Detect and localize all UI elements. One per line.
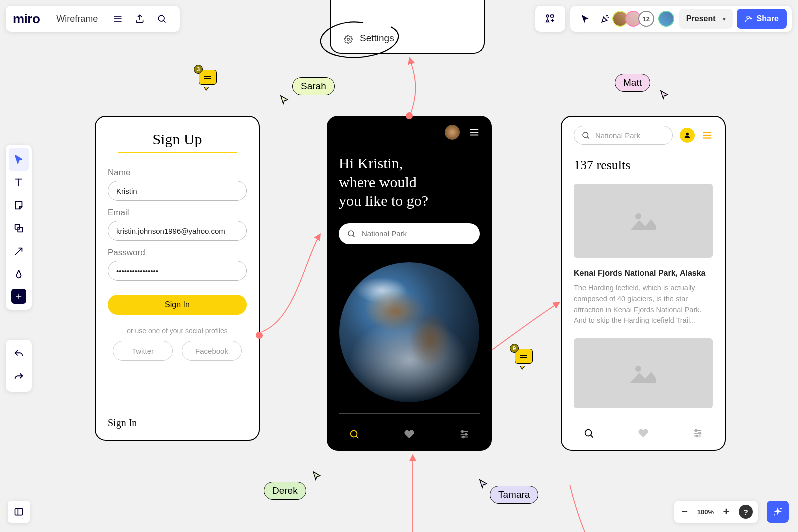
avatar[interactable] — [445, 125, 460, 140]
greeting-line: you like to go? — [339, 192, 480, 210]
svg-point-21 — [636, 366, 642, 372]
connector-endpoint[interactable] — [256, 332, 263, 339]
search-input[interactable] — [362, 230, 472, 238]
board-title[interactable]: Wireframe — [56, 14, 98, 24]
email-label: Email — [108, 208, 247, 218]
result-title: Kenai Fjords National Park, Alaska — [574, 269, 713, 278]
tab-favorites[interactable] — [404, 429, 415, 442]
hamburger-icon[interactable] — [469, 127, 480, 138]
tool-arrow[interactable] — [9, 240, 29, 263]
ai-assist-button[interactable] — [767, 501, 789, 523]
comment-badge[interactable]: 3 — [199, 70, 219, 88]
tool-shape[interactable] — [9, 217, 29, 240]
svg-point-12 — [466, 434, 468, 436]
cursor-label-sarah: Sarah — [292, 78, 335, 96]
svg-line-23 — [591, 436, 593, 438]
comment-count: 9 — [510, 344, 519, 353]
apps-icon[interactable] — [540, 9, 560, 29]
undo-button[interactable] — [9, 343, 29, 366]
person-add-icon — [745, 15, 753, 23]
facebook-button[interactable]: Facebook — [182, 341, 242, 361]
tool-text[interactable] — [9, 171, 29, 194]
svg-line-15 — [588, 137, 589, 138]
avatar-overflow-count[interactable]: 12 — [638, 11, 654, 27]
svg-point-28 — [698, 432, 700, 434]
tool-pen[interactable] — [9, 263, 29, 286]
result-count: 137 results — [574, 158, 713, 173]
svg-line-54 — [16, 248, 22, 255]
export-icon[interactable] — [129, 8, 151, 30]
frame-home[interactable]: Hi Kristin, where would you like to go? — [327, 116, 492, 451]
avatar[interactable] — [658, 11, 674, 27]
hamburger-icon[interactable] — [107, 8, 129, 30]
logo[interactable]: miro — [13, 12, 40, 27]
search-bar[interactable] — [339, 224, 480, 244]
share-button[interactable]: Share — [737, 9, 787, 29]
divider — [339, 414, 480, 414]
canvas-surface[interactable]: Settings Sign Up Name Email Password Sig… — [0, 0, 798, 532]
cursor-label-tamara: Tamara — [490, 486, 538, 504]
name-label: Name — [108, 168, 247, 178]
frame-signup[interactable]: Sign Up Name Email Password Sign In or u… — [95, 116, 260, 441]
twitter-button[interactable]: Twitter — [113, 341, 173, 361]
search-bar[interactable]: National Park — [574, 126, 673, 145]
tool-add[interactable] — [12, 289, 26, 304]
search-icon[interactable] — [151, 8, 173, 30]
comment-count: 3 — [194, 65, 203, 74]
svg-point-11 — [462, 431, 464, 433]
password-input[interactable] — [108, 261, 247, 281]
redo-button[interactable] — [9, 366, 29, 389]
tab-favorites[interactable] — [638, 428, 649, 441]
zoom-out-button[interactable]: − — [680, 506, 690, 518]
tool-select[interactable] — [9, 148, 29, 171]
password-label: Password — [108, 248, 247, 258]
email-input[interactable] — [108, 221, 247, 241]
svg-rect-41 — [551, 15, 554, 18]
svg-point-27 — [695, 430, 697, 432]
connector-endpoint[interactable] — [406, 112, 413, 120]
toggle-panel-button[interactable] — [8, 501, 30, 523]
signin-button[interactable]: Sign In — [108, 295, 247, 315]
svg-point-47 — [747, 16, 750, 19]
cursor-icon — [479, 479, 489, 491]
present-label: Present — [686, 14, 716, 24]
signin-link[interactable]: Sign In — [108, 418, 137, 429]
earth-image — [340, 262, 480, 402]
svg-point-16 — [686, 133, 689, 136]
svg-point-13 — [462, 436, 464, 438]
svg-rect-57 — [16, 508, 23, 515]
zoom-percentage[interactable]: 100% — [698, 508, 714, 516]
present-button[interactable]: Present▾ — [680, 9, 733, 29]
profile-chip[interactable] — [680, 128, 695, 143]
search-icon — [347, 230, 356, 238]
svg-point-59 — [780, 508, 782, 510]
left-toolbar — [6, 145, 32, 310]
tab-search[interactable] — [349, 429, 360, 442]
svg-point-40 — [546, 15, 549, 18]
greeting-line: where would — [339, 173, 480, 192]
board-header: miro Wireframe — [6, 6, 180, 32]
greeting-text: Hi Kristin, where would you like to go? — [339, 154, 480, 210]
svg-point-38 — [159, 16, 165, 22]
cursor-icon — [280, 95, 290, 107]
tab-filters[interactable] — [692, 428, 704, 441]
tab-search[interactable] — [584, 428, 594, 441]
tool-sticky[interactable] — [9, 194, 29, 217]
comment-badge[interactable]: 9 — [515, 349, 535, 367]
svg-line-45 — [608, 18, 609, 18]
name-input[interactable] — [108, 181, 247, 201]
undo-redo-toolbar — [6, 340, 32, 392]
svg-point-6 — [351, 431, 358, 438]
cursor-select-icon[interactable] — [576, 9, 596, 29]
svg-line-44 — [606, 16, 607, 16]
zoom-in-button[interactable]: + — [721, 506, 732, 518]
help-button[interactable]: ? — [739, 505, 753, 519]
tab-filters[interactable] — [459, 429, 470, 442]
svg-point-14 — [583, 132, 588, 138]
svg-line-7 — [356, 436, 358, 438]
hamburger-icon[interactable] — [702, 130, 713, 141]
frame-results[interactable]: National Park 137 results Kenai Fjords N… — [561, 116, 726, 451]
scribble-annotation — [316, 20, 411, 60]
search-value: National Park — [596, 132, 640, 140]
result-description: The Harding Icefield, which is actually … — [574, 283, 713, 326]
